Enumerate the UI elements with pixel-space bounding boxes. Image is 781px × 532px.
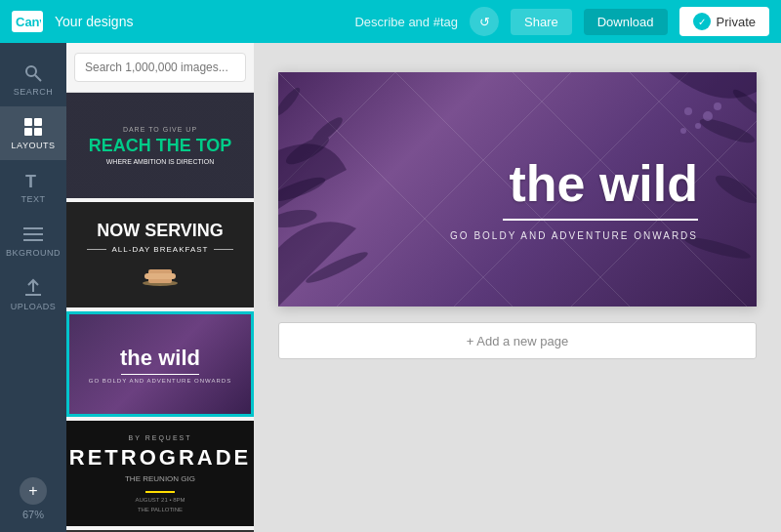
layouts-icon: [22, 116, 44, 138]
svg-rect-5: [24, 128, 32, 136]
private-check-icon: ✓: [693, 13, 711, 30]
search-icon: [22, 62, 44, 84]
sidebar-label-layouts: LAYOUTS: [12, 141, 56, 150]
canvas-content: the wild GO BOLDY AND ADVENTURE ONWARDS: [278, 72, 757, 307]
share-button[interactable]: Share: [511, 9, 572, 35]
sidebar-item-background[interactable]: BKGROUND: [0, 214, 66, 267]
tmpl2-title: NOW SERVING: [97, 221, 224, 241]
tmpl2-sub: ALL-DAY BREAKFAST: [112, 245, 209, 254]
sidebar-label-text: TEXT: [21, 194, 45, 204]
canvas-design: the wild GO BOLDY AND ADVENTURE ONWARDS: [278, 72, 757, 307]
private-label: Private: [717, 15, 756, 29]
tmpl1-title: REACH THE TOP: [89, 137, 232, 156]
tmpl4-title: RETROGRADE: [69, 445, 251, 471]
zoom-level: 67%: [22, 509, 44, 520]
icon-sidebar: SEARCH LAYOUTS T TEXT: [0, 43, 66, 532]
undo-button[interactable]: ↺: [470, 7, 499, 36]
sidebar-item-uploads[interactable]: UPLOADS: [0, 267, 66, 321]
tmpl4-sub: THE REUNION GIG: [125, 474, 195, 483]
svg-rect-14: [144, 273, 176, 279]
template-list: DARE TO GIVE UP REACH THE TOP WHERE AMBI…: [66, 93, 254, 532]
template-card-now-serving[interactable]: NOW SERVING ALL-DAY BREAKFAST: [66, 202, 254, 307]
tmpl1-sub: WHERE AMBITION IS DIRECTION: [89, 158, 232, 165]
canvas-area[interactable]: the wild GO BOLDY AND ADVENTURE ONWARDS …: [254, 43, 781, 532]
template-card-wild[interactable]: the wild GO BOLDY AND ADVENTURE ONWARDS: [66, 311, 254, 417]
app-header: Canva Your designs Describe and #tag ↺ S…: [0, 0, 781, 43]
private-button[interactable]: ✓ Private: [679, 7, 769, 36]
tmpl3-sub: GO BOLDY AND ADVENTURE ONWARDS: [89, 378, 231, 384]
tmpl3-title: the wild: [120, 346, 200, 371]
sidebar-bottom: + 67%: [20, 477, 47, 532]
sidebar-item-text[interactable]: T TEXT: [0, 160, 66, 214]
svg-rect-3: [24, 118, 32, 126]
search-input[interactable]: [74, 53, 246, 82]
tmpl4-date: AUGUST 21 • 8PM: [135, 497, 185, 503]
canvas-main-title: the wild: [509, 158, 698, 209]
sidebar-item-search[interactable]: SEARCH: [0, 53, 66, 106]
uploads-icon: [22, 277, 44, 299]
add-page-sidebar-button[interactable]: +: [20, 477, 47, 505]
nav-title: Your designs: [55, 14, 133, 29]
search-bar: [66, 43, 254, 93]
sidebar-label-uploads: UPLOADS: [11, 302, 57, 311]
sidebar-label-background: BKGROUND: [6, 248, 61, 258]
tmpl1-pre: DARE TO GIVE UP: [89, 126, 232, 133]
template-panel: DARE TO GIVE UP REACH THE TOP WHERE AMBI…: [66, 43, 254, 532]
text-icon: T: [22, 170, 44, 191]
svg-point-1: [26, 66, 36, 76]
template-card-retrograde[interactable]: BY REQUEST RETROGRADE THE REUNION GIG AU…: [66, 421, 254, 526]
svg-text:T: T: [25, 172, 36, 190]
add-page-label: + Add a new page: [467, 334, 568, 348]
describe-tag-label: Describe and #tag: [354, 15, 458, 29]
sidebar-item-layouts[interactable]: LAYOUTS: [0, 106, 66, 160]
plus-icon: +: [28, 482, 37, 500]
svg-rect-6: [34, 128, 42, 136]
sidebar-label-search: SEARCH: [14, 87, 54, 97]
canvas-subtitle: GO BOLDY AND ADVENTURE ONWARDS: [450, 230, 698, 241]
main-content: SEARCH LAYOUTS T TEXT: [0, 43, 781, 532]
download-button[interactable]: Download: [584, 9, 668, 35]
background-icon: [22, 224, 44, 245]
template-card-reach-top[interactable]: DARE TO GIVE UP REACH THE TOP WHERE AMBI…: [66, 93, 254, 198]
canvas-divider-line: [503, 219, 698, 221]
tmpl4-pre: BY REQUEST: [129, 434, 192, 441]
undo-icon: ↺: [479, 15, 490, 29]
add-page-bar[interactable]: + Add a new page: [278, 322, 757, 359]
canva-logo-icon: Canva: [12, 11, 43, 32]
logo[interactable]: Canva: [12, 11, 43, 32]
svg-rect-4: [34, 118, 42, 126]
svg-text:Canva: Canva: [16, 15, 41, 29]
svg-line-2: [35, 75, 41, 81]
